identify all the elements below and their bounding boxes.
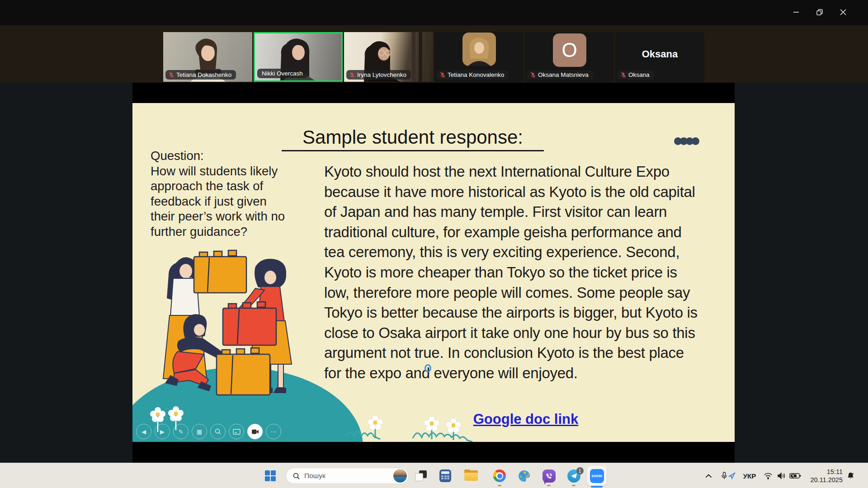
chrome-icon <box>493 469 506 482</box>
search-highlight-image <box>393 469 407 483</box>
windows-taskbar: Пошук <box>0 463 868 488</box>
avatar <box>462 33 496 68</box>
zoom-slide-icon[interactable] <box>210 424 226 439</box>
chrome-button[interactable] <box>491 463 508 488</box>
wifi-icon <box>764 472 773 479</box>
participant-name-tag: Iryna Lytovchenko <box>346 70 411 80</box>
paint-palette-icon <box>518 469 531 483</box>
zoom-meeting-window: Tetiana Dokashenko Nikki Overcash <box>0 0 868 488</box>
avatar-letter: O <box>553 33 586 67</box>
participant-name: Nikki Overcash <box>262 70 303 77</box>
search-placeholder: Пошук <box>304 472 393 480</box>
student-response-text: Kyoto should host the next International… <box>324 162 726 384</box>
paint-button[interactable] <box>515 463 533 488</box>
participant-name: Iryna Lytovchenko <box>357 71 406 78</box>
all-slides-icon[interactable]: ▦ <box>192 424 207 439</box>
search-icon <box>292 472 300 480</box>
file-explorer-button[interactable] <box>462 463 480 488</box>
collaboration-illustration <box>132 248 368 442</box>
notification-bell[interactable]: z <box>844 463 857 488</box>
participant-tile-tetiana-konovalenko[interactable]: Tetiana Konovalenko <box>434 32 524 82</box>
google-doc-link[interactable]: Google doc link <box>444 411 607 427</box>
folder-icon <box>464 470 478 481</box>
more-options-icon[interactable]: ⋯ <box>266 424 281 439</box>
next-slide-icon[interactable]: ▶ <box>155 424 170 439</box>
close-icon[interactable] <box>836 5 850 19</box>
clock[interactable]: 15:11 20.11.2025 <box>807 463 843 488</box>
participant-name: Tetiana Dokashenko <box>176 71 231 78</box>
time: 15:11 <box>827 468 843 476</box>
mic-muted-icon <box>439 72 446 78</box>
telegram-button[interactable]: 1 <box>565 463 582 488</box>
bell-dnd-icon: z <box>846 472 855 480</box>
telegram-icon: 1 <box>567 469 580 483</box>
dots-decoration <box>676 137 699 145</box>
shared-screen-letterbox: Sample student response: Question: How w… <box>132 83 735 463</box>
viber-button[interactable] <box>540 463 557 488</box>
participant-tile-oksana[interactable]: Oksana Oksana <box>615 32 704 82</box>
task-view-button[interactable] <box>412 463 429 488</box>
camera-icon[interactable] <box>247 424 263 439</box>
mic-muted-icon <box>349 72 355 78</box>
language-indicator[interactable]: УКР <box>741 463 759 488</box>
active-app-indicator <box>591 486 603 488</box>
participant-tile-oksana-matsnieva[interactable]: O Oksana Matsnieva <box>525 32 614 82</box>
speaker-icon <box>777 472 786 479</box>
calculator-button[interactable] <box>437 463 454 488</box>
question-text: Question: How will students likely appro… <box>151 148 300 239</box>
participant-name: Tetiana Konovalenko <box>448 71 504 78</box>
slideshow-toolbar: ◀ ▶ ✎ ▦ ⋯ <box>136 424 281 439</box>
participant-name-tag: Oksana <box>618 70 654 80</box>
participant-name: Oksana Matsnieva <box>538 71 589 78</box>
zoom-icon: zoom <box>590 469 604 483</box>
viber-icon <box>542 469 556 483</box>
restore-icon[interactable] <box>813 5 826 19</box>
task-view-icon <box>415 470 427 481</box>
start-button[interactable] <box>263 463 278 488</box>
slide-title: Sample student response: <box>282 127 544 151</box>
zoom-app-button[interactable]: zoom <box>587 466 607 486</box>
participant-name-tag: Tetiana Dokashenko <box>165 70 236 80</box>
participant-name: Oksana <box>628 71 650 78</box>
window-titlebar <box>0 0 868 25</box>
screen-share-area: Sample student response: Question: How w… <box>0 83 868 463</box>
windows-logo-icon <box>265 470 276 481</box>
participant-tile-nikki-overcash[interactable]: Nikki Overcash <box>254 32 343 82</box>
mic-muted-icon <box>530 72 536 78</box>
participant-tile-tetiana-dokashenko[interactable]: Tetiana Dokashenko <box>163 32 252 82</box>
location-icon <box>728 472 736 479</box>
notification-badge: 1 <box>576 467 584 474</box>
calculator-icon <box>439 469 451 482</box>
pen-icon[interactable]: ✎ <box>173 424 189 439</box>
mic-muted-icon <box>168 72 175 78</box>
wifi-indicator[interactable] <box>761 463 775 488</box>
participant-name-tag: Tetiana Konovalenko <box>437 70 509 80</box>
participant-display-name: Oksana <box>615 48 704 60</box>
volume-indicator[interactable] <box>775 463 788 488</box>
subtitles-icon[interactable] <box>229 424 244 439</box>
chevron-up-icon <box>705 474 712 478</box>
annotation-cursor <box>425 364 431 372</box>
battery-indicator[interactable] <box>788 463 803 488</box>
minimize-icon[interactable] <box>789 5 803 19</box>
microphone-icon <box>721 472 727 480</box>
participant-tile-iryna-lytovchenko[interactable]: Iryna Lytovchenko <box>344 32 433 82</box>
presentation-slide: Sample student response: Question: How w… <box>132 103 735 442</box>
participant-name-tag: Nikki Overcash <box>257 69 307 78</box>
search-box[interactable]: Пошук <box>286 468 409 484</box>
date: 20.11.2025 <box>811 476 843 484</box>
battery-icon <box>789 473 801 479</box>
tray-chevron[interactable] <box>702 463 715 488</box>
video-strip: Tetiana Dokashenko Nikki Overcash <box>0 25 868 83</box>
mic-muted-icon <box>620 72 627 78</box>
mic-location-indicators[interactable] <box>719 463 738 488</box>
participant-name-tag: Oksana Matsnieva <box>527 70 593 80</box>
previous-slide-icon[interactable]: ◀ <box>136 424 151 439</box>
svg-text:z: z <box>852 472 854 475</box>
